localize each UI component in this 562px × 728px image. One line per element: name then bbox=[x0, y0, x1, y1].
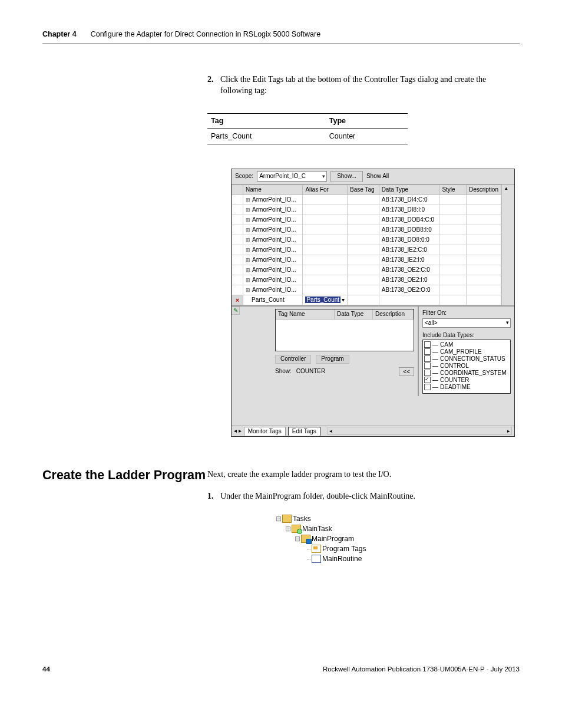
col-name[interactable]: Name bbox=[243, 185, 303, 195]
collapse-button[interactable]: << bbox=[399, 367, 414, 376]
td-type: Counter bbox=[326, 129, 408, 145]
checkbox-checked[interactable] bbox=[424, 377, 431, 383]
project-tree-figure: ⊟Tasks ⊟MainTask ⊟MainProgram ···Program… bbox=[276, 514, 388, 564]
filter-on-label: Filter On: bbox=[422, 309, 511, 317]
checkbox[interactable] bbox=[424, 363, 431, 369]
publication-info: Rockwell Automation Publication 1738-UM0… bbox=[323, 664, 520, 674]
vertical-scrollbar[interactable]: ▴ bbox=[501, 185, 510, 305]
nav-arrows[interactable]: ◂ ▸ bbox=[234, 427, 242, 435]
tag-grid: Name Alias For Base Tag Data Type Style … bbox=[232, 185, 514, 305]
th-type: Type bbox=[326, 113, 408, 129]
scope-label: Scope: bbox=[235, 172, 253, 180]
tagname-header: Tag Name bbox=[276, 309, 335, 319]
task-icon bbox=[292, 525, 301, 533]
table-row: ⊞ArmorPoint_IO...AB:1738_IE2:C:0 bbox=[232, 245, 501, 255]
filter-dropdown[interactable]: <all> bbox=[422, 318, 511, 328]
th-tag: Tag bbox=[207, 113, 326, 129]
horizontal-scrollbar[interactable] bbox=[328, 427, 512, 435]
datatype-tree[interactable]: —CAM —CAM_PROFILE —CONNECTION_STATUS —CO… bbox=[422, 340, 511, 394]
table-row: ⊞ArmorPoint_IO...AB:1738_DI8:I:0 bbox=[232, 205, 501, 215]
col-basetag[interactable]: Base Tag bbox=[348, 185, 379, 195]
datatype-header: Data Type bbox=[335, 309, 373, 319]
checkbox[interactable] bbox=[424, 384, 431, 390]
page-number: 44 bbox=[42, 664, 50, 674]
table-row: ⊞ArmorPoint_IO...AB:1738_DI4:C:0 bbox=[232, 195, 501, 205]
checkbox[interactable] bbox=[424, 348, 431, 355]
checkbox[interactable] bbox=[424, 341, 431, 348]
tag-browser[interactable]: Tag Name Data Type Description bbox=[275, 309, 414, 351]
table-row-parts: × Parts_Count Parts_Count▾ bbox=[232, 295, 501, 305]
page-header: Chapter 4 Configure the Adapter for Dire… bbox=[42, 29, 520, 44]
description-header: Description bbox=[373, 309, 414, 319]
program-icon bbox=[301, 535, 310, 543]
create-ladder-section: Create the Ladder Program Next, create t… bbox=[42, 466, 520, 564]
section-title: Create the Ladder Program bbox=[42, 466, 207, 484]
show-button[interactable]: Show... bbox=[330, 171, 363, 182]
chapter-title: Configure the Adapter for Direct Connect… bbox=[91, 29, 321, 40]
table-row: ⊞ArmorPoint_IO...AB:1738_DOB8:I:0 bbox=[232, 225, 501, 235]
chapter-label: Chapter 4 bbox=[42, 29, 77, 40]
td-tag: Parts_Count bbox=[207, 129, 326, 145]
table-row: ⊞ArmorPoint_IO...AB:1738_OE2:O:0 bbox=[232, 285, 501, 295]
edit-icon: ✎ bbox=[232, 307, 240, 315]
show-all-label: Show All bbox=[366, 172, 389, 180]
step-number: 1. bbox=[207, 490, 220, 502]
table-row: ⊞ArmorPoint_IO...AB:1738_DO8:0:0 bbox=[232, 235, 501, 245]
controller-scope-button[interactable]: Controller bbox=[275, 355, 311, 364]
scope-dropdown[interactable]: ArmorPoint_IO_C bbox=[257, 171, 327, 182]
col-style[interactable]: Style bbox=[439, 185, 467, 195]
show-label: Show: bbox=[275, 367, 292, 375]
tab-edit-tags[interactable]: Edit Tags bbox=[288, 427, 320, 436]
checkbox[interactable] bbox=[424, 355, 431, 362]
folder-icon bbox=[282, 515, 292, 523]
step-text: Under the MainProgram folder, double-cli… bbox=[220, 490, 415, 502]
include-datatypes-label: Include Data Types: bbox=[422, 331, 511, 340]
tab-monitor-tags[interactable]: Monitor Tags bbox=[244, 427, 286, 436]
table-row: ⊞ArmorPoint_IO...AB:1738_IE2:I:0 bbox=[232, 255, 501, 265]
col-datatype[interactable]: Data Type bbox=[379, 185, 439, 195]
step-text: Click the Edit Tags tab at the bottom of… bbox=[220, 74, 520, 97]
close-icon[interactable]: × bbox=[232, 295, 243, 305]
program-scope-button[interactable]: Program bbox=[316, 355, 349, 364]
tag-type-table: Tag Type Parts_Count Counter bbox=[207, 113, 408, 145]
scroll-up-icon[interactable]: ▴ bbox=[502, 185, 510, 192]
controller-tags-screenshot: Scope: ArmorPoint_IO_C Show... Show All … bbox=[231, 169, 515, 437]
table-row: ⊞ArmorPoint_IO...AB:1738_OE2:C:0 bbox=[232, 265, 501, 275]
show-value: COUNTER bbox=[296, 367, 325, 375]
col-desc[interactable]: Description bbox=[466, 185, 501, 195]
scope-toolbar: Scope: ArmorPoint_IO_C Show... Show All bbox=[232, 169, 514, 185]
section-intro: Next, create the example ladder program … bbox=[207, 469, 520, 480]
tags-icon bbox=[312, 545, 321, 553]
routine-icon bbox=[312, 555, 321, 563]
table-row: ⊞ArmorPoint_IO...AB:1738_OE2:I:0 bbox=[232, 275, 501, 285]
lower-pane: ✎ Tag Name Data Type Description Control… bbox=[232, 305, 514, 396]
step-number: 2. bbox=[207, 74, 220, 97]
alias-for-cell[interactable]: Parts_Count▾ bbox=[303, 295, 348, 305]
tabs-bar: ◂ ▸ Monitor Tags Edit Tags bbox=[232, 426, 514, 436]
table-row: ⊞ArmorPoint_IO...AB:1738_DOB4:C:0 bbox=[232, 215, 501, 225]
page-footer: 44 Rockwell Automation Publication 1738-… bbox=[42, 664, 520, 674]
checkbox[interactable] bbox=[424, 370, 431, 376]
col-alias[interactable]: Alias For bbox=[303, 185, 348, 195]
step-2-block: 2. Click the Edit Tags tab at the bottom… bbox=[207, 74, 520, 145]
